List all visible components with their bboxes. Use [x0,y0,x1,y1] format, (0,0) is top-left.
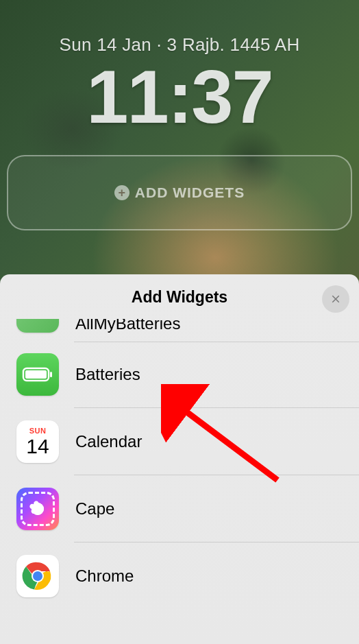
calendar-day-label: SUN [29,427,47,435]
close-icon [330,293,342,305]
close-button[interactable] [322,285,349,313]
app-name-label: Calendar [75,432,142,451]
app-name-label: Batteries [75,365,140,384]
plus-circle-icon: + [114,185,129,200]
widget-row-batteries[interactable]: Batteries [0,341,359,408]
widget-list[interactable]: AllMyBatteries Batteries SUN 14 Calendar [0,319,359,644]
app-name-label: AllMyBatteries [75,319,180,333]
widget-row-allmybatteries[interactable]: AllMyBatteries [0,319,359,341]
add-widgets-placeholder[interactable]: + ADD WIDGETS [7,155,352,230]
cape-icon [16,488,59,530]
calendar-date-label: 14 [26,436,49,457]
widget-row-calendar[interactable]: SUN 14 Calendar [0,408,359,475]
svg-point-5 [33,571,42,581]
app-name-label: Chrome [75,567,134,586]
app-name-label: Cape [75,499,114,518]
sheet-title: Add Widgets [0,288,359,307]
date-label[interactable]: Sun 14 Jan · 3 Rajb. 1445 AH [0,34,359,56]
allmybatteries-icon [16,319,59,333]
svg-rect-1 [25,370,47,379]
widget-row-cape[interactable]: Cape [0,475,359,542]
sheet-header: Add Widgets [0,274,359,319]
calendar-icon: SUN 14 [16,420,59,463]
add-widgets-sheet: Add Widgets AllMyBatteries Batteries [0,274,359,644]
svg-rect-2 [50,372,52,377]
chrome-icon [16,555,59,597]
lock-screen-area: Sun 14 Jan · 3 Rajb. 1445 AH 11:37 + ADD… [0,0,359,230]
add-widgets-label: ADD WIDGETS [135,184,245,201]
batteries-icon [16,353,59,396]
widget-row-chrome[interactable]: Chrome [0,542,359,610]
time-label[interactable]: 11:37 [0,59,359,134]
